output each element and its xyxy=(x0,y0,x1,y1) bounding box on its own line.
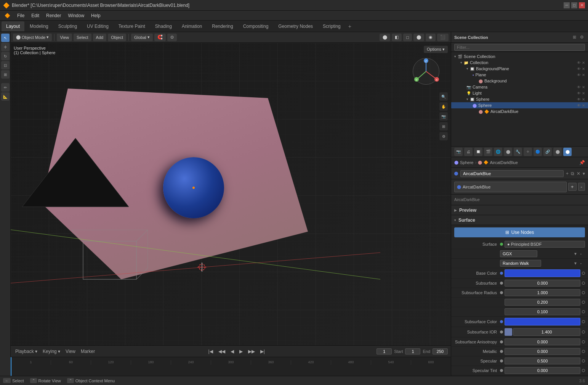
props-world-icon[interactable]: 🌐 xyxy=(494,148,502,156)
bgplane-vis-btn[interactable]: 👁 xyxy=(577,67,581,71)
tree-arrow[interactable]: ▾ xyxy=(454,55,456,58)
tab-modeling[interactable]: Modeling xyxy=(25,21,53,31)
camera-sel-btn[interactable]: ✕ xyxy=(582,85,585,89)
subsurface-anisotropy-end[interactable] xyxy=(582,340,585,343)
timeline-track[interactable]: 1 60 120 180 240 300 360 420 480 540 600 xyxy=(11,357,451,376)
object-menu-button[interactable]: Object xyxy=(108,34,126,41)
props-physics-icon[interactable]: 🔵 xyxy=(534,148,542,156)
outliner-filter-button[interactable]: ⊞ xyxy=(572,34,577,40)
props-material-icon[interactable]: ⬤ xyxy=(563,148,572,156)
tree-light[interactable]: 💡 Light 👁 ✕ xyxy=(451,90,588,96)
sphere-obj-sel-btn[interactable]: ✕ xyxy=(582,103,585,108)
preview-section-header[interactable]: ▶ Preview xyxy=(451,205,588,215)
material-name-input[interactable]: AircatDarkBlue xyxy=(460,170,564,177)
tree-collection[interactable]: ▾ 📁 Collection 👁 ✕ xyxy=(451,60,588,66)
overlay-button[interactable]: ⬤ xyxy=(380,34,390,41)
solid-button[interactable]: ⬤ xyxy=(413,34,424,41)
tree-sphere-obj[interactable]: ⬤ Sphere 👁 ✕ xyxy=(451,102,588,108)
tree-background-mat[interactable]: ⬤ Background xyxy=(451,78,588,84)
tree-aircatdarkblue[interactable]: ⬤ 🔶 AircatDarkBlue xyxy=(451,108,588,114)
material-settings-button[interactable]: ▾ xyxy=(583,171,585,176)
props-object-icon[interactable]: ⬤ xyxy=(504,148,512,156)
delete-material-button[interactable]: ✕ xyxy=(577,171,580,176)
collection-restrict-btn[interactable]: ✕ xyxy=(582,61,585,65)
subsurface-radius-end[interactable] xyxy=(582,291,585,294)
camera-tool[interactable]: 📷 xyxy=(439,112,448,121)
tab-rendering[interactable]: Rendering xyxy=(207,21,237,31)
pan-tool[interactable]: ✋ xyxy=(439,102,448,111)
view-menu-button[interactable]: View xyxy=(57,34,72,41)
surface-section-header[interactable]: ▾ Surface xyxy=(451,215,588,225)
plane-sel-btn[interactable]: ✕ xyxy=(582,73,585,77)
outliner-settings-button[interactable]: ⚙ xyxy=(579,34,585,40)
material-list[interactable]: ⬤ AircatDarkBlue xyxy=(454,182,567,192)
props-scene-icon[interactable]: 🎬 xyxy=(484,148,492,156)
tool-measure[interactable]: 📐 xyxy=(1,92,10,101)
subsurface-radius-z-input[interactable] xyxy=(505,308,580,315)
playback-menu[interactable]: Playback ▾ xyxy=(14,348,39,355)
menu-edit[interactable]: Edit xyxy=(28,12,42,19)
props-output-icon[interactable]: 🖨 xyxy=(464,148,473,156)
subsurface-color-swatch[interactable] xyxy=(505,318,580,325)
outliner-search-input[interactable] xyxy=(454,44,585,51)
subsurface-color-end[interactable] xyxy=(582,320,585,323)
new-material-button[interactable]: + xyxy=(566,171,569,176)
sphere-vis-btn[interactable]: 👁 xyxy=(577,97,581,101)
tree-sphere-group[interactable]: ▾ 🔲 Sphere 👁 ✕ xyxy=(451,96,588,102)
light-sel-btn[interactable]: ✕ xyxy=(582,91,585,95)
play-button[interactable]: ▶ xyxy=(238,348,244,355)
base-color-end-dot[interactable] xyxy=(582,272,585,275)
tool-cursor[interactable]: ↖ xyxy=(1,34,10,42)
tab-sculpting[interactable]: Sculpting xyxy=(54,21,82,31)
specular-tint-end[interactable] xyxy=(582,369,585,372)
viewport-canvas[interactable]: User Perspective (1) Collection | Sphere… xyxy=(11,43,451,345)
object-mode-button[interactable]: ⬤ Object Mode ▾ xyxy=(13,34,52,41)
camera-vis-btn[interactable]: 👁 xyxy=(577,85,581,89)
add-workspace-button[interactable]: + xyxy=(346,23,354,30)
close-button[interactable]: ✕ xyxy=(579,2,585,8)
tab-compositing[interactable]: Compositing xyxy=(239,21,273,31)
transform-global-button[interactable]: Global ▾ xyxy=(131,34,153,41)
props-modifier-icon[interactable]: 🔧 xyxy=(514,148,522,156)
specular-input[interactable] xyxy=(505,358,580,364)
marker-menu[interactable]: Marker xyxy=(79,348,96,355)
tool-scale[interactable]: ⊡ xyxy=(1,61,10,69)
tree-plane[interactable]: ▪ Plane 👁 ✕ xyxy=(451,72,588,78)
subsurface-radius-z-end[interactable] xyxy=(582,310,585,313)
menu-blender[interactable]: 🔶 xyxy=(2,12,13,19)
subsurface-method-end-btn[interactable]: • xyxy=(580,262,585,265)
remove-material-slot-button[interactable]: - xyxy=(578,183,585,191)
step-back-button[interactable]: ◀ xyxy=(229,348,236,355)
minimize-button[interactable]: ─ xyxy=(564,2,570,8)
props-object-data-icon[interactable]: ⬤ xyxy=(553,148,562,156)
tree-scene-collection[interactable]: ▾ 🎬 Scene Collection xyxy=(451,53,588,60)
keying-menu[interactable]: Keying ▾ xyxy=(41,348,62,355)
props-pin-button[interactable]: 📌 xyxy=(579,160,585,165)
timeline-playhead[interactable] xyxy=(11,357,11,376)
tab-uv-editing[interactable]: UV Editing xyxy=(82,21,113,31)
collection-visibility-btn[interactable]: 👁 xyxy=(577,61,581,65)
props-view-layer-icon[interactable]: 🔲 xyxy=(474,148,482,156)
menu-help[interactable]: Help xyxy=(88,12,104,19)
subsurface-ior-end[interactable] xyxy=(582,330,585,333)
tab-layout[interactable]: Layout xyxy=(2,21,24,31)
subsurface-radius-y-input[interactable] xyxy=(505,299,580,306)
subsurface-ior-input[interactable] xyxy=(513,328,580,336)
props-constraints-icon[interactable]: 🔗 xyxy=(543,148,552,156)
distribution-select[interactable]: GGX Multiscatter GGX xyxy=(500,250,537,257)
options-button[interactable]: Options ▾ xyxy=(424,46,448,53)
sphere-sel-btn[interactable]: ✕ xyxy=(582,97,585,101)
rendered-button[interactable]: ⬛ xyxy=(437,34,449,41)
tool-rotate[interactable]: ↻ xyxy=(1,52,10,60)
props-particles-icon[interactable]: ✧ xyxy=(524,148,532,156)
snap-button[interactable]: 🧲 xyxy=(154,34,166,41)
tab-animation[interactable]: Animation xyxy=(177,21,207,31)
viewport-gizmo[interactable]: Z Y X xyxy=(413,58,439,85)
jump-start-button[interactable]: |◀ xyxy=(207,348,215,355)
add-material-slot-button[interactable]: + xyxy=(568,183,577,191)
tab-texture-paint[interactable]: Texture Paint xyxy=(114,21,150,31)
tab-geometry-nodes[interactable]: Geometry Nodes xyxy=(274,21,317,31)
subsurface-anisotropy-input[interactable] xyxy=(505,338,580,345)
subsurface-end-dot[interactable] xyxy=(582,282,585,285)
material-preview-button[interactable]: ◉ xyxy=(426,34,436,41)
